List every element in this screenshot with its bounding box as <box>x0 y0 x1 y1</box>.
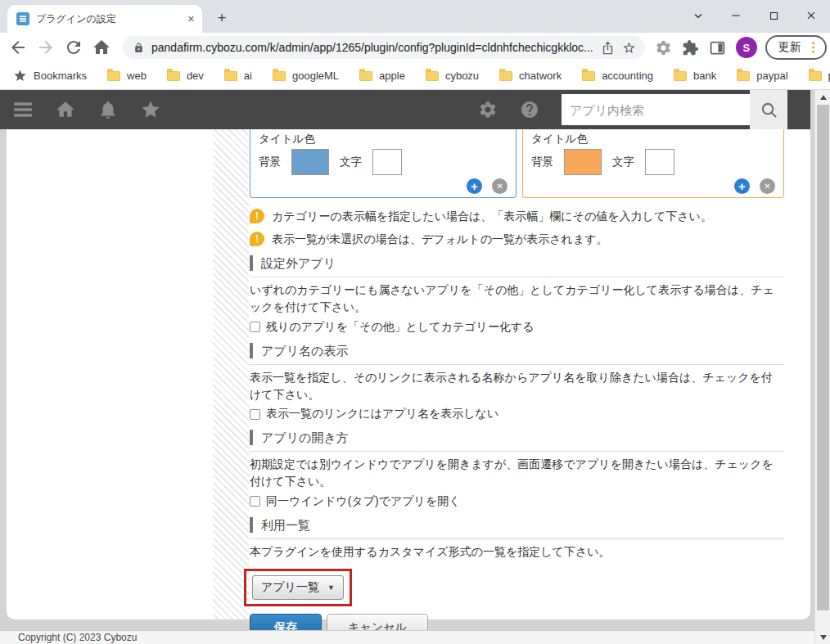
notifications-bell-icon[interactable] <box>97 99 119 120</box>
notice-row: ! カテゴリーの表示幅を指定したい場合は、「表示幅」欄にその値を入力して下さい。 <box>250 208 784 225</box>
scroll-up-arrow-icon[interactable] <box>815 90 830 104</box>
folder-icon <box>359 71 372 81</box>
scrollbar-thumb[interactable] <box>817 105 829 610</box>
url-text: pandafirm.cybozu.com/k/admin/app/1265/pl… <box>151 41 593 54</box>
folder-icon <box>224 71 237 81</box>
remove-category-icon[interactable]: ✕ <box>760 178 775 194</box>
red-annotation-box: アプリ一覧 ▼ <box>244 569 352 606</box>
vertical-scrollbar[interactable] <box>814 90 830 644</box>
browser-tab[interactable]: プラグインの設定 ✕ <box>7 5 202 33</box>
bookmarks-root[interactable]: Bookmarks <box>13 69 87 83</box>
bookmark-item-web[interactable]: web <box>107 70 147 82</box>
search-button[interactable] <box>750 90 787 129</box>
checkbox-row-hide-app-name[interactable]: 表示一覧のリンクにはアプリ名を表示しない <box>250 406 784 422</box>
category-panel-blue: タイトル色 背景 文字 + ✕ <box>250 129 516 198</box>
reload-icon[interactable] <box>64 38 83 57</box>
browser-window: プラグインの設定 ✕ + pandafirm.cybozu.com/k/admi… <box>0 0 830 644</box>
section-description: 表示一覧を指定し、そのリンクに表示される名称からアプリ名を取り除きたい場合は、チ… <box>250 369 784 404</box>
bg-color-swatch[interactable] <box>564 149 602 175</box>
extensions-puzzle-icon[interactable] <box>682 39 699 56</box>
notice-row: ! 表示一覧が未選択の場合は、デフォルトの一覧が表示されます。 <box>250 231 784 248</box>
folder-icon <box>167 71 180 81</box>
folder-icon <box>582 71 595 81</box>
folder-icon <box>426 71 439 81</box>
text-color-swatch[interactable] <box>372 149 402 175</box>
header-spacer <box>787 90 810 129</box>
scroll-down-arrow-icon[interactable] <box>815 630 830 644</box>
folder-icon <box>107 71 120 81</box>
bookmark-star-icon[interactable] <box>622 41 636 55</box>
forward-icon[interactable] <box>36 38 56 57</box>
search-icon <box>760 101 778 119</box>
bookmark-item-accounting[interactable]: accounting <box>582 70 653 82</box>
checkbox-row-categorize-others[interactable]: 残りのアプリを「その他」としてカテゴリー化する <box>250 319 784 336</box>
star-icon <box>13 69 27 83</box>
close-button[interactable] <box>792 0 830 31</box>
checkbox-label: 残りのアプリを「その他」としてカテゴリー化する <box>266 320 535 335</box>
add-category-icon[interactable]: + <box>467 178 482 194</box>
panel-title: タイトル色 <box>259 132 507 146</box>
bg-color-label: 背景 <box>259 155 281 169</box>
bookmark-item-dev[interactable]: dev <box>167 70 204 82</box>
back-icon[interactable] <box>8 38 28 57</box>
category-panel-orange: タイトル色 背景 文字 + ✕ <box>522 129 784 198</box>
app-list-dropdown[interactable]: アプリ一覧 ▼ <box>252 575 344 600</box>
checkbox[interactable] <box>250 322 260 332</box>
help-icon[interactable] <box>520 100 539 119</box>
maximize-button[interactable] <box>755 0 792 31</box>
plugin-config-content: タイトル色 背景 文字 + ✕ タイトル色 <box>250 129 784 642</box>
remove-category-icon[interactable]: ✕ <box>492 178 507 194</box>
window-controls <box>679 0 830 31</box>
panel-title: タイトル色 <box>531 132 775 146</box>
text-color-swatch[interactable] <box>645 149 674 175</box>
checkbox[interactable] <box>250 496 260 507</box>
dropdown-label: アプリ一覧 <box>261 580 319 595</box>
checkbox[interactable] <box>250 409 260 420</box>
notice-text: カテゴリーの表示幅を指定したい場合は、「表示幅」欄にその値を入力して下さい。 <box>272 208 712 225</box>
bookmark-item-ai[interactable]: ai <box>224 70 252 82</box>
text-color-label: 文字 <box>612 155 634 169</box>
content-card: タイトル色 背景 文字 + ✕ タイトル色 <box>7 90 810 619</box>
lock-icon[interactable] <box>133 43 144 53</box>
section-heading-usage-list: 利用一覧 <box>250 518 784 539</box>
side-panel-icon[interactable] <box>709 39 726 56</box>
section-heading-outside-apps: 設定外アプリ <box>250 256 784 277</box>
favorites-star-icon[interactable] <box>140 99 161 120</box>
settings-gear-icon[interactable] <box>478 100 498 119</box>
bookmark-item-paypal[interactable]: paypal <box>737 70 787 82</box>
section-description: いずれのカテゴリーにも属さないアプリを「その他」としてカテゴリー化して表示する場… <box>250 281 784 317</box>
bookmark-item-googleml[interactable]: googleML <box>273 70 339 82</box>
checkbox-row-same-window[interactable]: 同一ウインドウ(タブ)でアプリを開く <box>250 493 784 510</box>
browser-menu-dots-icon: ⋮ <box>807 41 820 54</box>
bookmark-item-chatwork[interactable]: chatwork <box>499 70 562 82</box>
bookmarks-bar: Bookmarks web dev ai googleML apple cybo… <box>0 62 830 90</box>
notice-text: 表示一覧が未選択の場合は、デフォルトの一覧が表示されます。 <box>272 231 608 248</box>
hamburger-menu-icon[interactable] <box>12 99 34 120</box>
section-heading-app-name-display: アプリ名の表示 <box>250 344 784 365</box>
bookmark-item-apple[interactable]: apple <box>359 70 405 82</box>
bookmark-item-pay[interactable]: pay <box>809 70 830 82</box>
section-description: 本プラグインを使用するカスタマイズ形式の一覧を指定して下さい。 <box>250 543 784 561</box>
folder-icon <box>674 71 687 81</box>
app-search-input[interactable] <box>562 94 750 125</box>
extension-gear-icon[interactable] <box>655 39 672 56</box>
tab-close-icon[interactable]: ✕ <box>187 15 195 24</box>
category-panels: タイトル色 背景 文字 + ✕ タイトル色 <box>250 129 784 198</box>
bg-color-swatch[interactable] <box>291 149 329 175</box>
share-icon[interactable] <box>601 41 615 55</box>
copyright-text: Copyright (C) 2023 Cybozu <box>18 632 137 643</box>
folder-icon <box>737 71 750 81</box>
chrome-menu-chevron-icon[interactable] <box>679 0 717 31</box>
warning-icon: ! <box>250 232 264 246</box>
home-icon[interactable] <box>92 38 111 57</box>
text-color-label: 文字 <box>340 155 362 169</box>
address-bar[interactable]: pandafirm.cybozu.com/k/admin/app/1265/pl… <box>123 36 645 59</box>
home-icon[interactable] <box>55 99 76 120</box>
new-tab-button[interactable]: + <box>210 7 233 29</box>
bookmark-item-bank[interactable]: bank <box>674 70 716 82</box>
minimize-button[interactable] <box>717 0 755 31</box>
add-category-icon[interactable]: + <box>734 178 750 194</box>
profile-avatar[interactable]: S <box>736 37 757 58</box>
update-button[interactable]: 更新 ⋮ <box>765 35 827 60</box>
bookmark-item-cybozu[interactable]: cybozu <box>426 70 479 82</box>
